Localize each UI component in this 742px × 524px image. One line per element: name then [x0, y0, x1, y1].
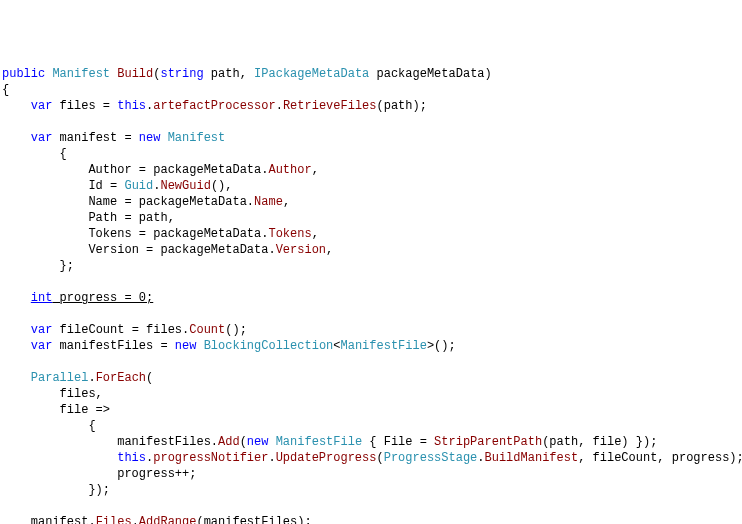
text: Id =	[88, 179, 124, 193]
text: .	[477, 451, 484, 465]
type-manifestfile: ManifestFile	[340, 339, 426, 353]
text: progress++;	[117, 467, 196, 481]
keyword-var: var	[31, 99, 53, 113]
keyword-new: new	[139, 131, 161, 145]
text: ,	[312, 227, 319, 241]
type-blockingcollection: BlockingCollection	[204, 339, 334, 353]
type-manifestfile: ManifestFile	[276, 435, 362, 449]
member-version: Version	[276, 243, 326, 257]
keyword-public: public	[2, 67, 45, 81]
text: files,	[60, 387, 103, 401]
text: (manifestFiles);	[196, 515, 311, 524]
method-add: Add	[218, 435, 240, 449]
text: path,	[204, 67, 254, 81]
text: manifestFiles.	[117, 435, 218, 449]
text: progress = 0;	[52, 291, 153, 305]
text: manifestFiles =	[52, 339, 174, 353]
type-ipackagemetadata: IPackageMetaData	[254, 67, 369, 81]
member-author: Author	[268, 163, 311, 177]
type-manifest: Manifest	[52, 67, 110, 81]
text: .	[276, 99, 283, 113]
brace: {	[88, 419, 95, 433]
text	[268, 435, 275, 449]
text: ();	[225, 323, 247, 337]
text: ,	[283, 195, 290, 209]
text: ,	[326, 243, 333, 257]
type-progressstage: ProgressStage	[384, 451, 478, 465]
text: , fileCount, progress);	[578, 451, 742, 465]
text: { File =	[362, 435, 434, 449]
text: ,	[312, 163, 319, 177]
method-addrange: AddRange	[139, 515, 197, 524]
text: (path, file) });	[542, 435, 657, 449]
method-updateprogress: UpdateProgress	[276, 451, 377, 465]
code-block: public Manifest Build(string path, IPack…	[2, 66, 740, 524]
text: Path = path,	[88, 211, 174, 225]
keyword-new: new	[247, 435, 269, 449]
method-count: Count	[189, 323, 225, 337]
text: files =	[52, 99, 117, 113]
method-retrievefiles: RetrieveFiles	[283, 99, 377, 113]
keyword-this: this	[117, 99, 146, 113]
keyword-var: var	[31, 323, 53, 337]
member-progressnotifier: progressNotifier	[153, 451, 268, 465]
type-manifest: Manifest	[168, 131, 226, 145]
text: manifest =	[52, 131, 138, 145]
text: Author = packageMetaData.	[88, 163, 268, 177]
text: .	[132, 515, 139, 524]
text: .	[268, 451, 275, 465]
text: manifest.	[31, 515, 96, 524]
text: (	[146, 371, 153, 385]
text: .	[88, 371, 95, 385]
keyword-this: this	[117, 451, 146, 465]
keyword-var: var	[31, 339, 53, 353]
member-files: Files	[96, 515, 132, 524]
keyword-int: int	[31, 291, 53, 305]
method-build: Build	[117, 67, 153, 81]
keyword-var: var	[31, 131, 53, 145]
text: fileCount = files.	[52, 323, 189, 337]
type-guid: Guid	[124, 179, 153, 193]
method-newguid: NewGuid	[160, 179, 210, 193]
text: Name = packageMetaData.	[88, 195, 254, 209]
text: (	[240, 435, 247, 449]
brace: {	[60, 147, 67, 161]
text: Version = packageMetaData.	[88, 243, 275, 257]
text: (),	[211, 179, 233, 193]
method-stripparentpath: StripParentPath	[434, 435, 542, 449]
text: Tokens = packageMetaData.	[88, 227, 268, 241]
type-parallel: Parallel	[31, 371, 89, 385]
brace: });	[88, 483, 110, 497]
text: (path);	[377, 99, 427, 113]
text: packageMetaData)	[369, 67, 491, 81]
keyword-string: string	[160, 67, 203, 81]
text	[160, 131, 167, 145]
brace: };	[60, 259, 74, 273]
method-foreach: ForEach	[96, 371, 146, 385]
text: >();	[427, 339, 456, 353]
member-name: Name	[254, 195, 283, 209]
text	[196, 339, 203, 353]
text: (	[376, 451, 383, 465]
text: file =>	[60, 403, 110, 417]
keyword-new: new	[175, 339, 197, 353]
member-tokens: Tokens	[268, 227, 311, 241]
brace: {	[2, 83, 9, 97]
member-buildmanifest: BuildManifest	[485, 451, 579, 465]
member-artefactprocessor: artefactProcessor	[153, 99, 275, 113]
